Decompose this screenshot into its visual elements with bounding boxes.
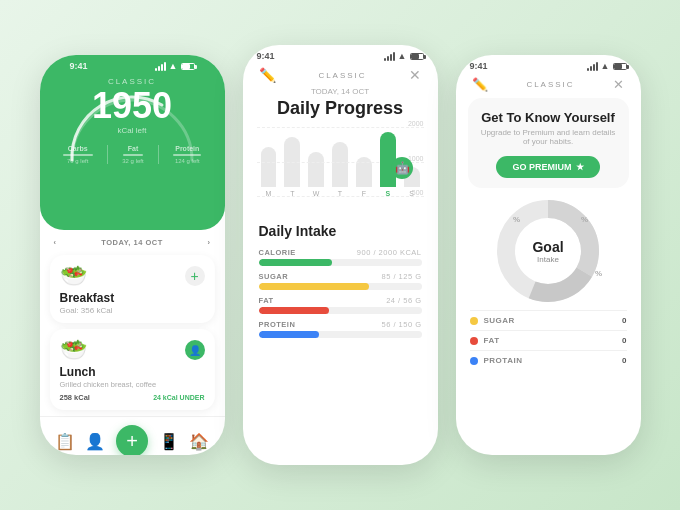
intake-bar-bg-0: [259, 259, 422, 266]
legend-dot-0: [470, 317, 478, 325]
progress-arc: [62, 85, 202, 165]
right-close-icon[interactable]: ✕: [613, 77, 624, 92]
svg-text:%: %: [513, 215, 520, 224]
left-phone: 9:41 ▲ CLASSIC 1950 kCal left: [40, 55, 225, 455]
lunch-kcal: 258 kCal: [60, 393, 90, 402]
lunch-desc: Grilled chicken breast, coffee: [60, 380, 205, 389]
intake-label-0: CALORIE900 / 2000 KCAL: [259, 248, 422, 257]
right-wifi-icon: ▲: [601, 61, 610, 71]
bar-label-6: S: [409, 190, 414, 197]
intake-bar-bg-2: [259, 307, 422, 314]
center-wifi-icon: ▲: [398, 51, 407, 61]
bar-label-2: W: [313, 190, 320, 197]
legend-name-2: PROTAIN: [484, 356, 523, 365]
right-status-icons: ▲: [587, 61, 627, 71]
signal-icon: [155, 62, 166, 71]
user-avatar: 👤: [185, 340, 205, 360]
nav-home-icon[interactable]: 🏠: [189, 432, 209, 451]
close-icon[interactable]: ✕: [409, 67, 421, 83]
nav-phone-icon[interactable]: 📱: [159, 432, 179, 451]
right-top-bar: ✏️ CLASSIC ✕: [456, 73, 641, 92]
chart-bar-F-4: F: [356, 157, 372, 197]
intake-bar-bg-3: [259, 331, 422, 338]
intake-rows: CALORIE900 / 2000 KCALSUGAR85 / 125 GFAT…: [243, 245, 438, 341]
intake-label-2: FAT24 / 56 G: [259, 296, 422, 305]
date-label: TODAY, 14 OCT: [101, 238, 163, 247]
right-plan-label: CLASSIC: [526, 80, 574, 89]
intake-bar-fill-1: [259, 283, 370, 290]
bar-fill-2: [308, 152, 324, 187]
legend-dot-2: [470, 357, 478, 365]
nav-profile-icon[interactable]: 👤: [85, 432, 105, 451]
intake-row-calorie: CALORIE900 / 2000 KCAL: [243, 245, 438, 269]
bar-fill-4: [356, 157, 372, 187]
bar-fill-1: [284, 137, 300, 187]
legend-val-1: 0: [622, 336, 626, 345]
edit-icon[interactable]: ✏️: [259, 67, 276, 83]
center-status-icons: ▲: [384, 51, 424, 61]
fab-add-button[interactable]: +: [116, 425, 148, 455]
battery-icon: [181, 63, 195, 70]
lunch-emoji: 🥗: [60, 337, 87, 363]
prev-arrow[interactable]: ‹: [54, 238, 57, 247]
center-battery-icon: [410, 53, 424, 60]
daily-chart: 2000 1000 500 MTWTFS🤖S: [243, 127, 438, 217]
chart-bar-S-5: S🤖: [380, 132, 396, 197]
bar-label-0: M: [266, 190, 272, 197]
robot-icon: 🤖: [391, 157, 413, 179]
right-time: 9:41: [470, 61, 488, 71]
breakfast-card[interactable]: 🥗 + Breakfast Goal: 356 kCal: [50, 255, 215, 323]
intake-row-fat: FAT24 / 56 G: [243, 293, 438, 317]
chart-bar-T-3: T: [332, 142, 348, 197]
donut-center: Goal Intake: [532, 239, 563, 264]
legend-item-protain: PROTAIN0: [470, 350, 627, 370]
breakfast-title: Breakfast: [60, 291, 205, 305]
intake-bar-fill-0: [259, 259, 332, 266]
lunch-card-top: 🥗 👤: [60, 337, 205, 363]
lunch-card[interactable]: 🥗 👤 Lunch Grilled chicken breast, coffee…: [50, 329, 215, 410]
right-battery-icon: [613, 63, 627, 70]
svg-text:%: %: [595, 269, 602, 278]
intake-bar-fill-2: [259, 307, 329, 314]
right-edit-icon[interactable]: ✏️: [472, 77, 488, 92]
breakfast-card-top: 🥗 +: [60, 263, 205, 289]
left-status-bar: 9:41 ▲: [56, 55, 209, 73]
nav-diary-icon[interactable]: 📋: [55, 432, 75, 451]
chart-bar-M-0: M: [261, 147, 277, 197]
bottom-nav: 📋 👤 + 📱 🏠: [40, 416, 225, 455]
intake-label-3: PROTEIN56 / 150 G: [259, 320, 422, 329]
left-status-icons: ▲: [155, 61, 195, 71]
legend-item-fat: FAT0: [470, 330, 627, 350]
daily-progress-title: Daily Progress: [243, 98, 438, 119]
center-status-bar: 9:41 ▲: [243, 45, 438, 63]
legend-section: SUGAR0FAT0PROTAIN0: [456, 310, 641, 370]
bar-label-3: T: [338, 190, 342, 197]
bar-label-4: F: [362, 190, 366, 197]
bar-fill-0: [261, 147, 277, 187]
legend-dot-1: [470, 337, 478, 345]
center-phone: 9:41 ▲ ✏️ CLASSIC ✕ TODAY, 14 OCT Daily …: [243, 45, 438, 465]
legend-val-0: 0: [622, 316, 626, 325]
donut-sub-text: Intake: [532, 255, 563, 264]
intake-bar-bg-1: [259, 283, 422, 290]
breakfast-emoji: 🥗: [60, 263, 87, 289]
right-signal-icon: [587, 62, 598, 71]
intake-bar-fill-3: [259, 331, 319, 338]
center-top-bar: ✏️ CLASSIC ✕: [243, 63, 438, 83]
chart-bar-W-2: W: [308, 152, 324, 197]
center-plan-label: CLASSIC: [318, 71, 366, 80]
chart-bar-T-1: T: [284, 137, 300, 197]
premium-title: Get To Know Yourself: [480, 110, 617, 125]
premium-button[interactable]: GO PREMIUM ★: [496, 156, 599, 178]
intake-label-1: SUGAR85 / 125 G: [259, 272, 422, 281]
next-arrow[interactable]: ›: [208, 238, 211, 247]
right-phone: 9:41 ▲ ✏️ CLASSIC ✕ Get To Know Yourself…: [456, 55, 641, 455]
lunch-under: 24 kCal UNDER: [153, 394, 204, 401]
intake-section-title: Daily Intake: [243, 217, 438, 245]
legend-item-sugar: SUGAR0: [470, 310, 627, 330]
donut-chart: % % % Goal Intake: [456, 196, 641, 306]
bar-label-5: S: [385, 190, 390, 197]
star-icon: ★: [576, 162, 584, 172]
right-status-bar: 9:41 ▲: [456, 55, 641, 73]
breakfast-add-button[interactable]: +: [185, 266, 205, 286]
